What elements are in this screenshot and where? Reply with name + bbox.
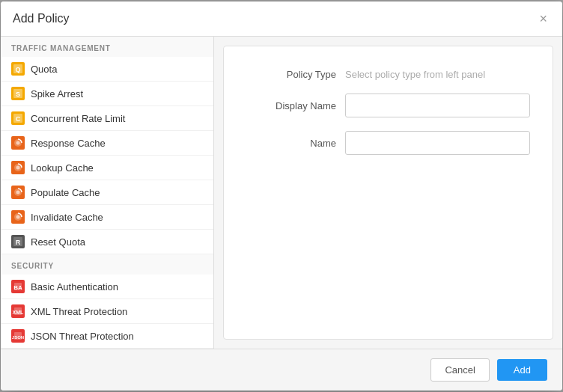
add-button[interactable]: Add — [497, 359, 547, 381]
policy-item-basic-auth[interactable]: BA Basic Authentication — [1, 275, 213, 299]
modal-body: TRAFFIC MANAGEMENT Q Quota — [1, 37, 562, 349]
policy-item-response-cache[interactable]: Response Cache — [1, 131, 213, 156]
modal-title: Add Policy — [13, 12, 70, 25]
json-threat-icon: JSON — [11, 329, 25, 343]
policy-item-lookup-cache[interactable]: Lookup Cache — [1, 156, 213, 180]
policy-type-value: Select policy type from left panel — [345, 69, 485, 80]
add-policy-modal: Add Policy × TRAFFIC MANAGEMENT Q Quota — [1, 1, 562, 391]
close-button[interactable]: × — [536, 12, 550, 25]
policy-item-xml-threat[interactable]: XML XML Threat Protection — [1, 299, 213, 324]
policy-label: Spike Arrest — [31, 88, 83, 99]
name-row: Name — [246, 131, 530, 155]
policy-item-json-threat[interactable]: JSON JSON Threat Protection — [1, 324, 213, 349]
policy-list: TRAFFIC MANAGEMENT Q Quota — [1, 37, 213, 349]
right-panel: Policy Type Select policy type from left… — [223, 46, 553, 340]
svg-point-11 — [16, 141, 20, 145]
lookup-cache-icon — [11, 161, 25, 174]
policy-item-invalidate-cache[interactable]: Invalidate Cache — [1, 205, 213, 230]
policy-label: Lookup Cache — [31, 162, 94, 174]
xml-threat-icon: XML — [11, 304, 25, 318]
policy-item-spike-arrest[interactable]: S Spike Arrest — [1, 82, 213, 106]
policy-label: Quota — [31, 64, 57, 75]
policy-item-quota[interactable]: Q Quota — [1, 57, 213, 82]
svg-text:S: S — [16, 91, 20, 98]
svg-text:JSON: JSON — [12, 335, 24, 340]
policy-item-concurrent-rate-limit[interactable]: C Concurrent Rate Limit — [1, 106, 213, 131]
section-header-traffic: TRAFFIC MANAGEMENT — [1, 37, 213, 57]
name-label: Name — [246, 138, 336, 149]
name-input[interactable] — [345, 131, 530, 155]
svg-point-17 — [16, 191, 20, 195]
policy-label: Invalidate Cache — [31, 212, 103, 223]
svg-point-14 — [16, 166, 20, 170]
svg-point-20 — [16, 215, 20, 219]
modal-header: Add Policy × — [1, 1, 562, 37]
policy-label: Reset Quota — [31, 236, 85, 248]
modal-footer: Cancel Add — [1, 349, 562, 391]
policy-item-populate-cache[interactable]: Populate Cache — [1, 180, 213, 205]
response-cache-icon — [11, 136, 25, 150]
svg-text:BA: BA — [13, 284, 22, 291]
reset-quota-icon: R — [11, 235, 25, 248]
display-name-row: Display Name — [246, 94, 530, 117]
invalidate-cache-icon — [11, 210, 25, 224]
concurrent-rate-icon: C — [11, 111, 25, 125]
spike-arrest-icon: S — [11, 87, 25, 100]
cancel-button[interactable]: Cancel — [430, 358, 489, 382]
modal-overlay: Add Policy × TRAFFIC MANAGEMENT Q Quota — [0, 0, 563, 392]
policy-label: Response Cache — [31, 138, 106, 149]
display-name-label: Display Name — [246, 100, 336, 111]
quota-icon: Q — [11, 62, 25, 76]
populate-cache-icon — [11, 186, 25, 199]
policy-item-reset-quota[interactable]: R Reset Quota — [1, 230, 213, 254]
policy-label: Basic Authentication — [31, 281, 118, 293]
basic-auth-icon: BA — [11, 280, 25, 293]
section-header-security: SECURITY — [1, 254, 213, 275]
policy-type-label: Policy Type — [246, 69, 336, 80]
svg-text:Q: Q — [15, 66, 20, 73]
policy-label: Populate Cache — [31, 187, 100, 198]
svg-text:R: R — [16, 239, 21, 246]
policy-label: Concurrent Rate Limit — [31, 113, 125, 124]
policy-label: JSON Threat Protection — [31, 331, 134, 342]
left-panel: TRAFFIC MANAGEMENT Q Quota — [1, 37, 214, 349]
policy-label: XML Threat Protection — [31, 306, 127, 317]
svg-text:XML: XML — [13, 310, 25, 315]
display-name-input[interactable] — [345, 94, 530, 117]
svg-text:C: C — [16, 115, 21, 123]
policy-type-row: Policy Type Select policy type from left… — [246, 69, 530, 80]
